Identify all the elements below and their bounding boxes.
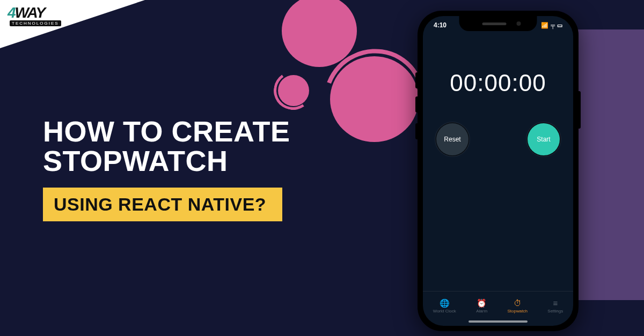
reset-button[interactable]: Reset xyxy=(436,123,469,155)
subheadline-box: USING REACT NATIVE? xyxy=(43,188,282,221)
tab-label: World Clock xyxy=(433,309,456,313)
signal-icon: 📶 xyxy=(541,22,548,29)
logo-suffix: WAY xyxy=(15,4,45,21)
headline-line2: STOPWATCH xyxy=(43,146,290,176)
wifi-icon: ╤ xyxy=(551,22,555,28)
tab-label: Settings xyxy=(547,309,563,313)
tab-stopwatch[interactable]: ⏱ Stopwatch xyxy=(508,299,528,313)
menu-icon: ≡ xyxy=(553,299,558,307)
tab-label: Stopwatch xyxy=(508,309,528,313)
home-indicator[interactable] xyxy=(469,320,528,323)
globe-icon: 🌐 xyxy=(440,299,450,307)
tab-label: Alarm xyxy=(476,309,487,313)
tab-alarm[interactable]: ⏰ Alarm xyxy=(476,299,487,313)
phone-mockup: 4:10 📶 ╤ ▭ 00:00:00 Reset Start 🌐 xyxy=(418,11,579,331)
phone-frame: 4:10 📶 ╤ ▭ 00:00:00 Reset Start 🌐 xyxy=(418,11,579,331)
pink-circle-large-right xyxy=(330,56,419,142)
pink-circle-large-top xyxy=(282,0,357,67)
stopwatch-timer: 00:00:00 xyxy=(423,70,573,96)
tab-settings[interactable]: ≡ Settings xyxy=(547,299,563,313)
status-indicators: 📶 ╤ ▭ xyxy=(541,21,562,29)
alarm-icon: ⏰ xyxy=(477,299,487,307)
logo-subtext: TECHNOLOGIES xyxy=(10,20,61,26)
brand-logo: 4WAY TECHNOLOGIES xyxy=(8,4,61,26)
status-time: 4:10 xyxy=(434,21,447,29)
start-button-label: Start xyxy=(537,136,550,143)
stopwatch-buttons: Reset Start xyxy=(423,123,573,155)
tab-world-clock[interactable]: 🌐 World Clock xyxy=(433,299,456,313)
pink-circle-small xyxy=(278,75,309,106)
logo-prefix: 4 xyxy=(8,4,15,21)
phone-screen: 4:10 📶 ╤ ▭ 00:00:00 Reset Start 🌐 xyxy=(423,16,573,326)
phone-notch xyxy=(459,16,537,31)
stopwatch-icon: ⏱ xyxy=(514,299,522,307)
battery-icon: ▭ xyxy=(557,22,562,29)
start-button[interactable]: Start xyxy=(528,123,560,155)
headline-line1: HOW TO CREATE xyxy=(43,117,290,146)
logo-mark: 4WAY xyxy=(8,4,45,21)
front-camera xyxy=(517,21,521,26)
headline-text: HOW TO CREATE STOPWATCH xyxy=(43,117,290,176)
speaker-grille xyxy=(482,23,507,25)
reset-button-label: Reset xyxy=(444,136,460,143)
